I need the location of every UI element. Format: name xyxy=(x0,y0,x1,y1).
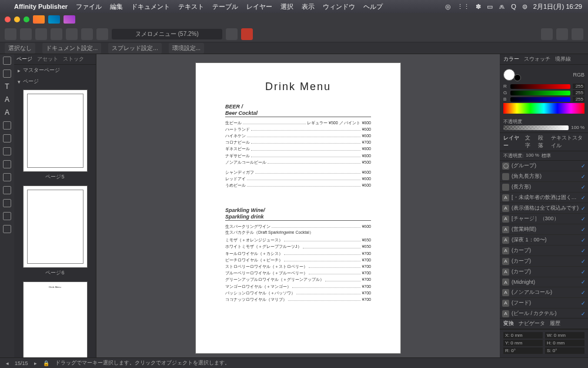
y-field[interactable]: Y: 0 mm xyxy=(503,340,543,346)
pen-tool-icon[interactable] xyxy=(3,121,11,130)
persona-photo[interactable] xyxy=(48,15,60,24)
layer-row[interactable]: A(フード)✓ xyxy=(500,298,588,309)
tab-textstyle[interactable]: テキストスタイル xyxy=(551,134,584,150)
visibility-check-icon[interactable]: ✓ xyxy=(581,269,586,275)
color-swatch[interactable] xyxy=(241,28,253,40)
layer-row[interactable]: A[・未成年者の飲酒は固くお断りい✓ xyxy=(500,193,588,203)
canvas[interactable]: Drink Menu BEER /Beer Cocktal 生ビールレギュラー … xyxy=(96,54,500,357)
tool-btn[interactable] xyxy=(5,28,16,40)
page-thumb[interactable]: ページ5 xyxy=(19,89,91,181)
artistic-text-icon[interactable]: A xyxy=(3,95,11,104)
master-pages-label[interactable]: マスターページ xyxy=(23,67,60,74)
tab-layers[interactable]: レイヤー xyxy=(503,134,520,150)
tab-paragraph[interactable]: 段落 xyxy=(538,134,546,150)
r-slider[interactable] xyxy=(510,84,570,89)
menu-view[interactable]: 表示 xyxy=(302,2,315,11)
doc-setup-button[interactable]: ドキュメント設定... xyxy=(42,43,101,54)
table-tool-icon[interactable] xyxy=(3,134,11,142)
menu-select[interactable]: 選択 xyxy=(280,2,293,11)
page-thumb[interactable]: Drink Menuページ7 xyxy=(19,281,91,357)
menu-document[interactable]: ドキュメント xyxy=(131,2,170,11)
lock-icon[interactable]: 🔒 xyxy=(43,360,49,366)
layer-row[interactable]: A(Midnight)✓ xyxy=(500,277,588,287)
r-value[interactable]: 255 xyxy=(573,84,584,89)
page-thumb[interactable]: ページ6 xyxy=(19,185,91,277)
tab-stroke[interactable]: 境界線 xyxy=(555,55,571,63)
menu-edit[interactable]: 編集 xyxy=(110,2,123,11)
clock[interactable]: 2月1日(月) 16:29 xyxy=(533,2,582,11)
frame-text-icon[interactable]: A xyxy=(3,108,11,117)
visibility-check-icon[interactable]: ✓ xyxy=(581,227,586,233)
visibility-check-icon[interactable]: ✓ xyxy=(581,237,586,243)
visibility-check-icon[interactable]: ✓ xyxy=(581,248,586,254)
layer-row[interactable]: A(ノンアルコール)✓ xyxy=(500,287,588,298)
picker-tool-icon[interactable] xyxy=(3,199,11,207)
layer-row[interactable]: A(ビール / カクテル)✓ xyxy=(500,309,588,318)
hue-picker[interactable] xyxy=(503,103,584,114)
zoom-tool-icon[interactable] xyxy=(3,225,11,233)
menu-table[interactable]: テーブル xyxy=(212,2,238,11)
persona-designer[interactable] xyxy=(33,15,45,24)
tool-btn[interactable] xyxy=(96,28,108,40)
text-tool-icon[interactable]: T xyxy=(3,82,11,91)
visibility-check-icon[interactable]: ✓ xyxy=(581,174,586,180)
tool-btn[interactable] xyxy=(66,28,78,40)
visibility-check-icon[interactable]: ✓ xyxy=(581,311,586,317)
tool-btn[interactable] xyxy=(541,28,553,40)
layer-row[interactable]: A[チャージ］（300）✓ xyxy=(500,214,588,224)
color-mode[interactable]: RGB xyxy=(573,72,584,78)
tool-btn[interactable] xyxy=(556,28,568,40)
bluetooth-icon[interactable]: ✽ xyxy=(476,3,481,11)
layer-row[interactable]: (角丸長方形)✓ xyxy=(500,171,588,182)
layer-row[interactable]: A(カーブ)✓ xyxy=(500,246,588,256)
tab-history[interactable]: 履歴 xyxy=(550,320,560,327)
layer-row[interactable]: A(深夜 1：00〜)✓ xyxy=(500,235,588,246)
w-field[interactable]: W: 0 mm xyxy=(545,332,584,339)
zoom-button[interactable] xyxy=(24,16,29,22)
b-slider[interactable] xyxy=(510,97,570,102)
tool-btn[interactable] xyxy=(35,28,47,40)
layer-row[interactable]: A(表示価格は全て税込みです)✓ xyxy=(500,203,588,214)
battery-icon[interactable]: ▭ xyxy=(487,3,493,11)
visibility-check-icon[interactable]: ✓ xyxy=(581,279,586,285)
tab-assets[interactable]: アセット xyxy=(37,55,58,63)
page-artboard[interactable]: Drink Menu BEER /Beer Cocktal 生ビールレギュラー … xyxy=(195,62,401,354)
visibility-check-icon[interactable]: ✓ xyxy=(581,300,586,306)
visibility-check-icon[interactable]: ✓ xyxy=(581,184,586,190)
menu-file[interactable]: ファイル xyxy=(76,2,102,11)
opacity-value[interactable]: 100 % xyxy=(571,125,584,130)
tab-color[interactable]: カラー xyxy=(503,55,519,63)
opacity-slider[interactable] xyxy=(503,125,569,130)
node-tool-icon[interactable] xyxy=(3,69,11,78)
s-field[interactable]: S: 0° xyxy=(545,347,584,354)
layer-row[interactable]: ◯(グループ)✓ xyxy=(500,161,588,171)
menu-text[interactable]: テキスト xyxy=(178,2,204,11)
tab-swatches[interactable]: スウォッチ xyxy=(524,55,550,63)
shape-tool-icon[interactable] xyxy=(3,147,11,155)
wifi-icon[interactable]: ⋮⋮ xyxy=(457,3,470,11)
blend-mode[interactable]: 標準 xyxy=(542,152,551,159)
chevron-down-icon[interactable]: ▾ xyxy=(18,79,21,85)
control-icon[interactable]: ⊜ xyxy=(522,3,527,11)
layer-row[interactable]: A(カーブ)✓ xyxy=(500,267,588,277)
tool-btn[interactable] xyxy=(81,28,93,40)
pages-label[interactable]: ページ xyxy=(23,78,39,85)
g-value[interactable]: 255 xyxy=(573,90,584,95)
x-field[interactable]: X: 0 mm xyxy=(503,332,543,339)
fill-color-well[interactable] xyxy=(503,69,515,81)
menu-help[interactable]: ヘルプ xyxy=(363,2,383,11)
app-name[interactable]: Affinity Publisher xyxy=(14,3,68,10)
vector-crop-icon[interactable] xyxy=(3,173,11,181)
transparency-icon[interactable] xyxy=(3,186,11,194)
g-slider[interactable] xyxy=(510,91,570,95)
layer-row[interactable]: (長方形)✓ xyxy=(500,182,588,193)
tool-btn[interactable] xyxy=(572,28,583,40)
tool-btn[interactable] xyxy=(51,28,62,40)
spread-setup-button[interactable]: スプレッド設定... xyxy=(108,43,161,54)
nav-prev-icon[interactable]: ◂ xyxy=(6,360,9,366)
visibility-check-icon[interactable]: ✓ xyxy=(581,205,586,211)
menu-layer[interactable]: レイヤー xyxy=(246,2,272,11)
layer-opacity-value[interactable]: 100 % xyxy=(526,152,539,159)
tab-pages[interactable]: ページ xyxy=(16,55,32,63)
move-tool-icon[interactable] xyxy=(3,57,11,65)
